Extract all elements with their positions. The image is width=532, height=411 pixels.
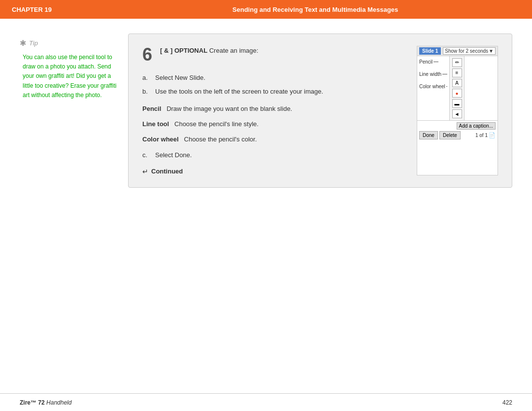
dropdown-arrow-icon: ▼	[489, 48, 494, 54]
step-items: a. Select New Slide. b. Use the tools on…	[142, 72, 407, 97]
chapter-label: CHAPTER 19	[12, 6, 110, 13]
colorwheel-desc: Color wheel Choose the pencil's color.	[142, 135, 407, 145]
show-label: Show for 2 seconds	[445, 48, 488, 54]
device-footer: Add a caption... Done Delete 1 of 1 📄	[417, 120, 498, 141]
optional-rest: Create an image:	[209, 47, 259, 54]
colorwheel-device-label: Color wheel	[419, 84, 447, 89]
delete-button[interactable]: Delete	[439, 131, 461, 139]
optional-label: [ & ] OPTIONAL	[160, 47, 207, 54]
step-item-c-text: Select Done.	[155, 150, 192, 161]
step-optional-text: [ & ] OPTIONAL Create an image:	[160, 46, 258, 56]
device-tools-column: ✏ ≡ A ● ▬ ◄	[449, 56, 464, 120]
continued-row: ↵ Continued	[142, 168, 407, 175]
tip-star-icon: ✱	[20, 38, 26, 48]
line-tool-icon[interactable]: ≡	[452, 68, 462, 77]
device-body: Pencil Line width Color wheel ✏ ≡ A ● ▬ …	[417, 56, 498, 120]
chapter-title: Sending and Receiving Text and Multimedi…	[110, 6, 520, 13]
device-panel: Slide 1 Show for 2 seconds ▼ Pencil Line…	[417, 46, 498, 175]
step-item-c-row: c. Select Done.	[142, 150, 407, 161]
shape-tool-icon[interactable]: ▬	[452, 99, 462, 108]
done-button[interactable]: Done	[419, 131, 438, 139]
continued-arrow-icon: ↵	[142, 168, 148, 175]
linetool-label: Line tool	[142, 120, 169, 128]
add-caption-button[interactable]: Add a caption...	[457, 122, 496, 130]
device-bottom-row: Done Delete 1 of 1 📄	[419, 131, 496, 139]
device-header: Slide 1 Show for 2 seconds ▼	[417, 46, 498, 56]
main-content: ✱ Tip You can also use the pencil tool t…	[0, 19, 532, 203]
pencil-label: Pencil	[142, 105, 161, 112]
tip-body: You can also use the pencil tool to draw…	[20, 53, 118, 100]
step-item-a-label: a.	[142, 72, 151, 83]
step-item-b: b. Use the tools on the left of the scre…	[142, 86, 407, 97]
pencil-device-label: Pencil	[419, 59, 447, 65]
brand-name: Zire™ 72	[20, 399, 45, 406]
page-header: CHAPTER 19 Sending and Receiving Text an…	[0, 0, 532, 19]
tip-label: Tip	[29, 39, 38, 47]
page-indicator: 1 of 1 📄	[475, 132, 496, 138]
text-tool-icon[interactable]: A	[452, 79, 462, 88]
linetool-desc: Line tool Choose the pencil's line style…	[142, 119, 407, 130]
step-item-b-label: b.	[142, 86, 151, 97]
tip-column: ✱ Tip You can also use the pencil tool t…	[20, 34, 118, 188]
page-indicator-text: 1 of 1	[475, 133, 488, 138]
device-canvas	[464, 56, 498, 120]
step-item-c-label: c.	[142, 150, 151, 161]
continued-label: Continued	[151, 168, 183, 175]
colorwheel-label: Color wheel	[142, 136, 179, 143]
footer-page-number: 422	[502, 399, 512, 406]
step-item-a-text: Select New Slide.	[155, 72, 205, 83]
slide-tab[interactable]: Slide 1	[419, 47, 441, 55]
footer-brand: Zire™ 72 Handheld	[20, 399, 71, 406]
step-item-c: c. Select Done.	[142, 150, 407, 161]
tip-header: ✱ Tip	[20, 38, 118, 48]
step-item-b-text: Use the tools on the left of the screen …	[155, 86, 323, 97]
pencil-tool-icon[interactable]: ✏	[452, 58, 462, 67]
step-item-a: a. Select New Slide.	[142, 72, 407, 83]
show-dropdown[interactable]: Show for 2 seconds ▼	[443, 47, 496, 55]
step-number: 6	[142, 46, 152, 64]
color-tool-icon[interactable]: ●	[452, 89, 462, 98]
tools-section: Pencil Draw the image you want on the bl…	[142, 104, 407, 144]
brand-suffix: Handheld	[46, 399, 71, 406]
pencil-desc: Pencil Draw the image you want on the bl…	[142, 104, 407, 114]
step-number-row: 6 [ & ] OPTIONAL Create an image:	[142, 46, 407, 64]
undo-tool-icon[interactable]: ◄	[452, 109, 462, 118]
page-icon: 📄	[489, 132, 496, 138]
step-content: 6 [ & ] OPTIONAL Create an image: a. Sel…	[142, 46, 407, 175]
page-footer: Zire™ 72 Handheld 422	[0, 393, 532, 411]
step-box: 6 [ & ] OPTIONAL Create an image: a. Sel…	[128, 34, 512, 188]
linewidth-device-label: Line width	[419, 71, 447, 77]
device-btn-row: Done Delete	[419, 131, 461, 139]
device-labels-column: Pencil Line width Color wheel	[417, 56, 449, 120]
